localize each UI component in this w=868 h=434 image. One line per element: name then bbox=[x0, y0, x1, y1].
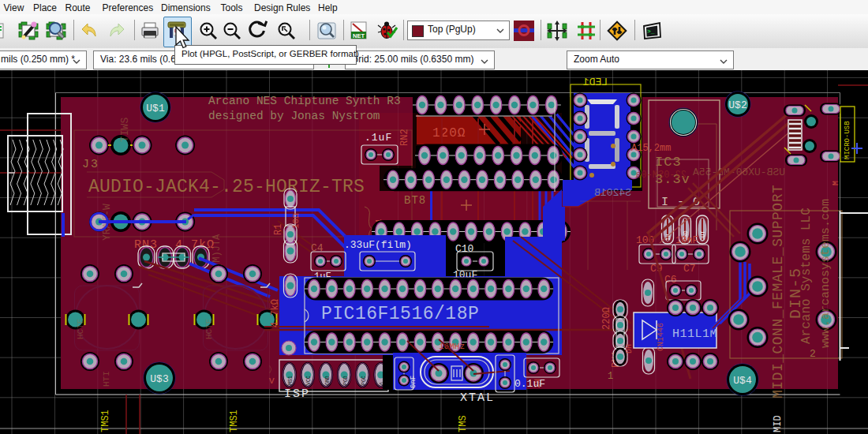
svg-text:CN1446: CN1446 bbox=[657, 323, 665, 351]
svg-text:J3: J3 bbox=[82, 158, 99, 171]
svg-text:TIWS: TIWS bbox=[119, 118, 131, 142]
svg-text:AUDIO-JACK4-.25-HORIZ-TRS: AUDIO-JACK4-.25-HORIZ-TRS bbox=[88, 177, 365, 197]
svg-text:PIC16F1516/18P: PIC16F1516/18P bbox=[321, 304, 479, 324]
svg-text:2: 2 bbox=[810, 348, 816, 360]
svg-text:Arcano NES Chiptune Synth R3: Arcano NES Chiptune Synth R3 bbox=[208, 95, 401, 107]
svg-text:10Ω: 10Ω bbox=[291, 213, 301, 229]
svg-text:TMS: TMS bbox=[458, 415, 469, 432]
svg-text:MS1: MS1 bbox=[288, 376, 294, 385]
svg-text:120Ω: 120Ω bbox=[432, 126, 466, 140]
svg-text:1: 1 bbox=[608, 371, 613, 382]
svg-text:HCTE: HCTE bbox=[204, 318, 214, 339]
svg-text:A15,2mm: A15,2mm bbox=[631, 143, 671, 154]
svg-text:U$1: U$1 bbox=[146, 103, 165, 114]
svg-text:C4: C4 bbox=[311, 242, 324, 254]
svg-text:TMS1: TMS1 bbox=[229, 410, 240, 432]
svg-text:0nF: 0nF bbox=[410, 376, 417, 388]
svg-text:DH: DH bbox=[625, 344, 634, 354]
svg-text:GND: GND bbox=[325, 376, 331, 385]
svg-text:4.7kΩ: 4.7kΩ bbox=[270, 299, 281, 327]
svg-text:S4201B: S4201B bbox=[594, 187, 631, 199]
svg-text:TMS1: TMS1 bbox=[100, 410, 111, 432]
svg-text:MID: MID bbox=[773, 415, 784, 432]
svg-text:.33uF(film): .33uF(film) bbox=[344, 239, 412, 251]
svg-text:BT8: BT8 bbox=[404, 194, 426, 207]
svg-text:PGD: PGD bbox=[343, 376, 349, 385]
svg-text:M: M bbox=[832, 181, 840, 185]
svg-text:NET: NET bbox=[353, 32, 365, 39]
svg-text:MIDI_CONN_FEMALE_SUPPORT: MIDI_CONN_FEMALE_SUPPORT bbox=[770, 185, 786, 398]
svg-text:PGC: PGC bbox=[361, 376, 367, 385]
svg-text:C7: C7 bbox=[683, 263, 696, 275]
svg-text:220Ω: 220Ω bbox=[601, 307, 612, 330]
svg-text:22-0SM-0a: 22-0SM-0a bbox=[635, 170, 687, 181]
svg-text:.1uF: .1uF bbox=[365, 132, 392, 144]
svg-text:RN2: RN2 bbox=[399, 129, 410, 146]
svg-text:Arcano Systems LLC: Arcano Systems LLC bbox=[799, 208, 814, 344]
svg-text:USB-UX60-MD-55A: USB-UX60-MD-55A bbox=[693, 166, 785, 178]
svg-text:IC3: IC3 bbox=[655, 155, 682, 170]
svg-text:R1: R1 bbox=[273, 224, 284, 235]
svg-text:U$2: U$2 bbox=[728, 99, 746, 111]
svg-text:www.arcanosystems.com: www.arcanosystems.com bbox=[819, 199, 832, 348]
svg-text:XTAL: XTAL bbox=[460, 391, 495, 405]
svg-text:0.1uF: 0.1uF bbox=[514, 378, 545, 390]
svg-text:V: V bbox=[269, 376, 275, 386]
svg-text:U$3: U$3 bbox=[150, 373, 168, 385]
svg-text:VCC: VCC bbox=[306, 376, 312, 385]
svg-text:OUT: OUT bbox=[700, 230, 706, 241]
svg-text:U$4: U$4 bbox=[733, 375, 752, 387]
svg-text:C10: C10 bbox=[455, 243, 473, 255]
svg-text:HCTE: HCTE bbox=[76, 318, 85, 339]
svg-text:LED1: LED1 bbox=[583, 77, 608, 88]
svg-text:ISP: ISP bbox=[284, 387, 310, 401]
svg-text:〉: 〉 bbox=[268, 365, 277, 375]
svg-text:designed by Jonas Nystrom: designed by Jonas Nystrom bbox=[208, 110, 380, 122]
svg-text:>_: >_ bbox=[647, 28, 655, 35]
svg-text:MICRO-USB: MICRO-USB bbox=[844, 121, 851, 159]
svg-text:HTI: HTI bbox=[102, 371, 111, 387]
